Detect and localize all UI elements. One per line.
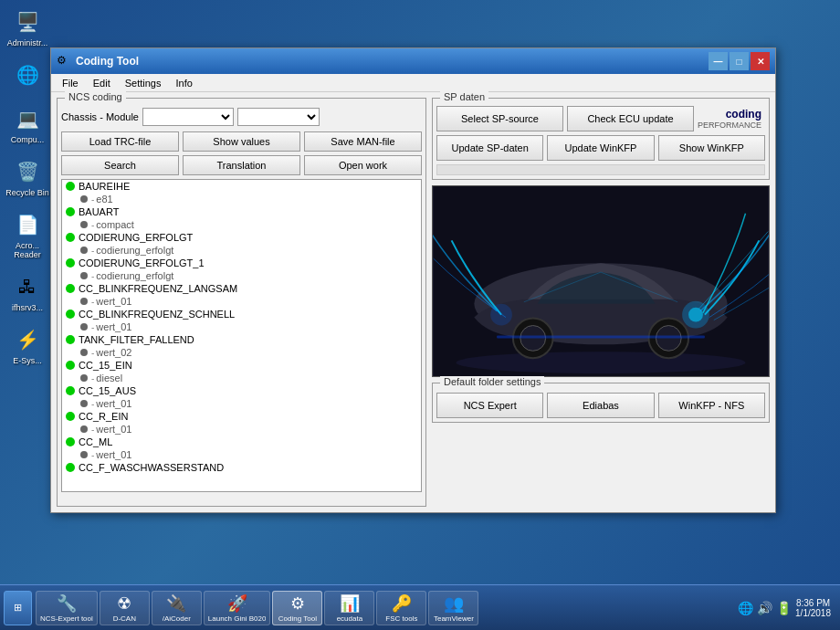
update-winkfp-button[interactable]: Update WinKFP [547, 135, 654, 161]
tree-item[interactable]: CC_F_WASCHWASSERSTAND [62, 461, 421, 474]
taskbar-item-label: ecudata [337, 614, 362, 623]
desktop: 🖥️ Administr... 🌐 💻 Compu... 🗑️ Recycle … [0, 0, 840, 630]
show-values-button[interactable]: Show values [183, 131, 300, 152]
tree-item[interactable]: TANK_FILTER_FALLEND [62, 333, 421, 346]
tree-item[interactable]: - codierung_erfolgt [62, 244, 421, 257]
button-row-1: Load TRC-file Show values Save MAN-file [61, 131, 422, 152]
desktop-icon-computer2[interactable]: 🌐 [0, 58, 55, 94]
chassis-selects [142, 108, 422, 126]
desktop-icon-recycle[interactable]: 🗑️ Recycle Bin [0, 154, 55, 200]
load-trc-button[interactable]: Load TRC-file [61, 131, 179, 152]
tree-item[interactable]: CC_BLINKFREQUENZ_LANGSAM [62, 282, 421, 295]
tree-item[interactable]: CC_BLINKFREQUENZ_SCHNELL [62, 308, 421, 320]
tree-item[interactable]: - wert_01 [62, 423, 421, 436]
tree-item[interactable]: CODIERUNG_ERFOLGT_1 [62, 257, 421, 269]
system-tray: 🌐 🔊 🔋 8:36 PM 1/1/2018 [732, 598, 836, 618]
menu-file[interactable]: File [55, 76, 86, 90]
desktop-icon-esys[interactable]: ⚡ E-Sys... [0, 322, 55, 368]
taskbar-item[interactable]: ☢D-CAN [100, 591, 150, 625]
taskbar-item[interactable]: 🔧NCS-Expert tool [36, 591, 98, 625]
menu-info[interactable]: Info [168, 76, 199, 90]
open-work-button[interactable]: Open work [304, 155, 422, 175]
sp-panel-title: SP daten [440, 91, 488, 102]
ncs-panel-title: NCS coding [65, 91, 126, 102]
title-bar: ⚙ Coding Tool — □ ✕ [51, 48, 775, 74]
taskbar-item[interactable]: 📊ecudata [324, 591, 374, 625]
menu-edit[interactable]: Edit [86, 76, 118, 90]
taskbar-item-label: NCS-Expert tool [40, 614, 93, 623]
save-man-button[interactable]: Save MAN-file [304, 131, 422, 152]
tree-item[interactable]: - wert_01 [62, 448, 421, 461]
maximize-button[interactable]: □ [730, 52, 749, 70]
tree-container[interactable]: BAUREIHE- e81BAUART- compactCODIERUNG_ER… [61, 179, 422, 492]
taskbar-item[interactable]: 🚀Launch Gini B020 [204, 591, 271, 625]
ncs-expert-folder-button[interactable]: NCS Expert [436, 393, 543, 418]
desktop-icon-my-computer[interactable]: 💻 Compu... [0, 101, 55, 147]
tree-item[interactable]: CC_ML [62, 436, 421, 448]
module-select[interactable] [237, 108, 320, 126]
chassis-select[interactable] [142, 108, 234, 126]
button-row-2: Search Translation Open work [61, 155, 422, 175]
tree-item[interactable]: - wert_02 [62, 346, 421, 359]
chassis-label: Chassis - Module [61, 111, 139, 122]
show-winkfp-button[interactable]: Show WinKFP [658, 135, 765, 161]
content-area: NCS coding Chassis - Module L [51, 92, 775, 512]
taskbar: ⊞ 🔧NCS-Expert tool☢D-CAN🔌/AiCoder🚀Launch… [0, 584, 840, 630]
tree-item[interactable]: CC_R_EIN [62, 410, 421, 423]
folder-panel-title: Default folder settings [440, 376, 544, 387]
tree-item[interactable]: - compact [62, 218, 421, 231]
chassis-row: Chassis - Module [61, 108, 422, 126]
tree-item[interactable]: CC_15_AUS [62, 384, 421, 397]
taskbar-item[interactable]: 🔑FSC tools [376, 591, 426, 625]
tree-item[interactable]: BAUREIHE [62, 180, 421, 193]
volume-icon[interactable]: 🔊 [757, 601, 772, 615]
performance-label: PERFORMANCE [698, 121, 761, 130]
minimize-button[interactable]: — [709, 52, 728, 70]
desktop-icon-computer[interactable]: 🖥️ Administr... [0, 5, 55, 50]
menu-bar: File Edit Settings Info [51, 74, 775, 92]
search-button[interactable]: Search [61, 155, 179, 175]
tree-item[interactable]: - wert_01 [62, 320, 421, 333]
tree-item[interactable]: - codierung_erfolgt [62, 269, 421, 282]
menu-settings[interactable]: Settings [118, 76, 169, 90]
check-ecu-update-button[interactable]: Check ECU update [567, 106, 694, 131]
app-title: Coding Tool [76, 55, 709, 68]
start-button[interactable]: ⊞ [4, 591, 32, 625]
desktop-icon-ifhsrv[interactable]: 🖧 ifhsrv3... [0, 269, 55, 315]
car-image-area [432, 185, 770, 377]
tree-item[interactable]: - diesel [62, 372, 421, 384]
clock-area: 8:36 PM 1/1/2018 [795, 598, 831, 618]
taskbar-item-label: FSC tools [385, 614, 417, 623]
taskbar-item-label: Coding Tool [278, 614, 317, 623]
default-folder-panel: Default folder settings NCS Expert Ediab… [432, 383, 770, 423]
taskbar-item[interactable]: ⚙Coding Tool [272, 591, 322, 625]
app-window: ⚙ Coding Tool — □ ✕ File Edit Settings I… [50, 47, 776, 513]
tree-item[interactable]: - wert_01 [62, 295, 421, 308]
right-panel: SP daten Select SP-source Check ECU upda… [432, 98, 770, 507]
taskbar-item[interactable]: 👥TeamViewer [428, 591, 478, 625]
svg-point-4 [688, 308, 703, 322]
tree-item[interactable]: CODIERUNG_ERFOLGT [62, 231, 421, 244]
brand-label: coding [726, 108, 761, 121]
tree-item[interactable]: BAUART [62, 205, 421, 218]
tree-item[interactable]: - e81 [62, 193, 421, 205]
desktop-icon-acrobat[interactable]: 📄 Acro... Reader [0, 207, 55, 262]
clock-time: 8:36 PM [795, 598, 831, 608]
taskbar-item[interactable]: 🔌/AiCoder [152, 591, 202, 625]
status-bar [436, 164, 765, 175]
title-bar-controls: — □ ✕ [709, 52, 770, 70]
svg-point-1 [457, 352, 746, 373]
taskbar-items: 🔧NCS-Expert tool☢D-CAN🔌/AiCoder🚀Launch G… [36, 591, 732, 625]
tree-item[interactable]: - wert_01 [62, 397, 421, 410]
update-sp-daten-button[interactable]: Update SP-daten [436, 135, 543, 161]
network-icon[interactable]: 🌐 [738, 601, 753, 615]
select-sp-source-button[interactable]: Select SP-source [436, 106, 563, 131]
sp-daten-panel: SP daten Select SP-source Check ECU upda… [432, 98, 770, 180]
tree-item[interactable]: CC_15_EIN [62, 359, 421, 372]
close-button[interactable]: ✕ [751, 52, 770, 70]
winkfp-nfs-folder-button[interactable]: WinKFP - NFS [658, 393, 765, 418]
battery-icon[interactable]: 🔋 [776, 601, 792, 615]
translation-button[interactable]: Translation [183, 155, 300, 175]
ncs-coding-panel: NCS coding Chassis - Module L [57, 98, 426, 507]
ediabas-folder-button[interactable]: Ediabas [547, 393, 654, 418]
